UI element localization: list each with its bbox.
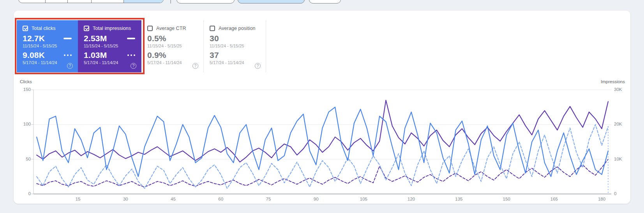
- metric-card-total-impressions[interactable]: Total impressions 2.53M 11/15/24 - 5/15/…: [78, 20, 141, 72]
- solid-line-legend-icon: [64, 38, 72, 39]
- y-axis-tick-label-right: 10K: [614, 157, 622, 161]
- card-range-previous: 5/17/24 - 11/14/24: [84, 60, 136, 65]
- toolbar-tab[interactable]: [19, 0, 45, 3]
- x-axis-tick-label: 120: [406, 197, 417, 201]
- card-value-previous: 1.03M: [84, 51, 107, 60]
- card-range-current: 11/15/24 - 5/15/25: [147, 44, 198, 48]
- card-value-previous: 9.08K: [23, 51, 45, 60]
- x-axis-tick-label: 180: [596, 197, 607, 201]
- checkbox-total-impressions[interactable]: [84, 26, 89, 31]
- metric-card-average-ctr[interactable]: Average CTR 0.5% 11/15/24 - 5/15/25 0.9%…: [141, 20, 204, 72]
- card-label: Average CTR: [156, 26, 186, 31]
- toolbar-tab[interactable]: [45, 0, 68, 3]
- card-range-current: 11/15/24 - 5/15/25: [23, 44, 72, 48]
- toolbar-divider: [170, 0, 171, 3]
- card-range-current: 11/15/24 - 5/15/25: [84, 44, 136, 48]
- y-axis-tick-label-left: 100: [17, 122, 31, 126]
- solid-line-legend-icon: [127, 38, 135, 39]
- right-axis-title: Impressions: [601, 79, 625, 84]
- x-axis-tick-label: 60: [215, 197, 226, 201]
- checkbox-average-position[interactable]: [210, 26, 215, 31]
- x-axis-tick-label: 150: [501, 197, 512, 201]
- card-range-current: 11/15/24 - 5/15/25: [210, 44, 260, 48]
- y-axis-tick-label-right: 0: [614, 191, 616, 196]
- card-value-previous: 0.9%: [147, 51, 166, 60]
- toolbar-tab-group[interactable]: [18, 0, 164, 3]
- metric-card-total-clicks[interactable]: Total clicks 12.7K 11/15/24 - 5/15/25 9.…: [17, 20, 78, 72]
- card-value-current: 2.53M: [84, 34, 107, 43]
- card-value-current: 0.5%: [147, 34, 166, 43]
- card-range-previous: 5/17/24 - 11/14/24: [210, 60, 260, 65]
- filter-chip[interactable]: [309, 0, 341, 3]
- y-axis-tick-label-right: 30K: [614, 87, 622, 92]
- help-icon[interactable]: [67, 63, 73, 69]
- card-label: Total clicks: [32, 26, 56, 31]
- card-range-previous: 5/17/24 - 11/14/24: [147, 60, 198, 65]
- toolbar-tab[interactable]: [91, 0, 124, 3]
- y-axis-tick-label-right: 20K: [614, 122, 622, 126]
- x-axis-tick-label: 15: [72, 197, 83, 201]
- series-line-clicks-previous: [37, 124, 608, 188]
- left-axis-title: Clicks: [20, 79, 32, 84]
- card-label: Average position: [219, 26, 256, 31]
- toolbar-tab-active[interactable]: [124, 0, 163, 3]
- x-axis-tick-label: 45: [168, 197, 179, 201]
- x-axis-tick-label: 75: [263, 197, 274, 201]
- x-axis-tick-label: 105: [358, 197, 369, 201]
- help-icon[interactable]: [131, 63, 136, 69]
- dotted-line-legend-icon: [64, 54, 65, 56]
- metric-card-average-position[interactable]: Average position 30 11/15/24 - 5/15/25 3…: [204, 20, 266, 72]
- card-range-previous: 5/17/24 - 11/14/24: [23, 60, 72, 65]
- card-value-previous: 37: [210, 51, 219, 60]
- y-axis-tick-label-left: 50: [17, 157, 31, 161]
- filter-chip-active[interactable]: [238, 0, 305, 3]
- series-line-impressions-previous: [37, 159, 608, 187]
- card-value-current: 30: [210, 34, 219, 43]
- x-axis-tick-label: 135: [453, 197, 464, 201]
- card-label: Total impressions: [93, 26, 131, 31]
- y-axis-tick-label-left: 0: [17, 191, 31, 196]
- x-axis-tick-label: 165: [549, 197, 559, 201]
- series-line-clicks-current: [37, 107, 608, 177]
- dotted-line-legend-icon: [127, 54, 129, 56]
- help-icon[interactable]: [255, 63, 261, 69]
- filter-chip[interactable]: [176, 0, 235, 3]
- x-axis-tick-label: 30: [120, 197, 131, 201]
- y-axis-tick-label-left: 150: [17, 87, 31, 92]
- series-line-impressions-current: [37, 100, 608, 162]
- toolbar-tab[interactable]: [67, 0, 91, 3]
- help-icon[interactable]: [192, 63, 198, 69]
- checkbox-total-clicks[interactable]: [23, 26, 28, 31]
- x-axis-tick-label: 90: [311, 197, 321, 201]
- card-value-current: 12.7K: [23, 34, 45, 43]
- checkbox-average-ctr[interactable]: [147, 26, 153, 31]
- performance-panel: Total clicks 12.7K 11/15/24 - 5/15/25 9.…: [14, 10, 630, 204]
